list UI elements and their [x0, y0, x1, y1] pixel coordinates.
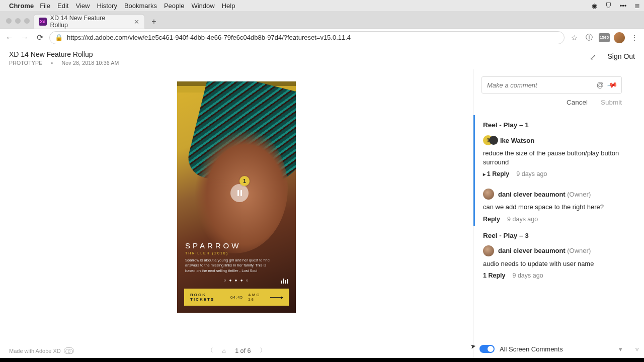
menubar-item[interactable]: History — [97, 2, 117, 10]
browser-toolbar: ← → ⟳ 🔒 https://xd.adobe.com/view/e1e5c4… — [0, 29, 644, 46]
prev-artboard[interactable]: 〈 — [207, 346, 213, 355]
filter-icon[interactable]: ▾ — [619, 345, 622, 353]
menubar-right-icons: ◉ ⛉ ••• ≣ — [586, 2, 640, 10]
menubar-item[interactable]: Edit — [57, 2, 68, 10]
list-icon[interactable]: ≣ — [634, 2, 640, 10]
tab-title: XD 14 New Feature Rollup — [50, 15, 123, 29]
shield-icon[interactable]: ⛉ — [605, 2, 612, 10]
page-meta: PROTOTYPE • Nov 28, 2018 10:36 AM — [9, 60, 119, 66]
section-title: Reel - Play – 3 — [483, 232, 622, 239]
comment-author: dani clever beaumont (Owner) — [498, 191, 591, 198]
pause-button-mock — [230, 184, 249, 202]
more-icon[interactable]: ••• — [620, 2, 627, 10]
close-icon[interactable]: ✕ — [134, 18, 139, 26]
equalizer-icon — [281, 279, 288, 284]
mention-icon[interactable]: @ — [597, 81, 604, 89]
section-title: Reel - Play – 1 — [483, 121, 622, 129]
made-with-xd[interactable]: Made with Adobe XD — [9, 347, 74, 354]
comment-text: audio needs to update with user name — [483, 259, 622, 268]
url-text: https://xd.adobe.com/view/e1e5c461-940f-… — [67, 34, 351, 41]
menubar-item[interactable]: Bookmarks — [124, 2, 157, 10]
menubar-item[interactable]: File — [40, 2, 50, 10]
extension-badge[interactable]: 1565 — [599, 33, 610, 42]
lock-icon: 🔒 — [55, 34, 63, 41]
browser-tabstrip: Xd XD 14 New Feature Rollup ✕ + — [0, 11, 644, 29]
prototype-stage[interactable]: REEL ≚ 1 SPARROW THRILLER (2018) Sparrow… — [0, 69, 473, 344]
comment-input-box[interactable]: @ 📌 — [481, 76, 622, 94]
pager-label: 1 of 6 — [235, 347, 251, 354]
next-artboard[interactable]: 〉 — [260, 346, 266, 355]
comment-author: dani clever beaumont (Owner) — [498, 247, 591, 254]
menubar-item[interactable]: People — [164, 2, 184, 10]
back-button[interactable]: ← — [4, 32, 15, 43]
browser-tab[interactable]: Xd XD 14 New Feature Rollup ✕ — [34, 15, 144, 29]
reply-button[interactable]: 1 Reply — [483, 272, 505, 279]
comment-time: 9 days ago — [516, 170, 547, 177]
pin-icon[interactable]: 📌 — [606, 79, 618, 91]
comment-section: Reel - Play – 3 dani clever beaumont (Ow… — [473, 226, 622, 283]
creative-cloud-icon — [64, 347, 74, 354]
menubar-item[interactable]: View — [75, 2, 90, 10]
new-tab-button[interactable]: + — [147, 15, 160, 28]
home-icon[interactable]: ⌂ — [222, 347, 226, 354]
mock-overlay: SPARROW THRILLER (2018) Sparrow is about… — [185, 241, 286, 274]
xd-favicon: Xd — [39, 18, 47, 26]
expand-icon[interactable]: ⤢ — [589, 52, 598, 61]
all-screens-label: All Screen Comments — [500, 345, 563, 353]
menubar-item[interactable]: Help — [222, 2, 235, 10]
comment-author-avatar — [483, 189, 494, 200]
page-dots: ○ ● ● ● ○ — [177, 278, 296, 283]
submit-button[interactable]: Submit — [601, 99, 622, 106]
page-header: XD 14 New Feature Rollup PROTOTYPE • Nov… — [0, 46, 644, 69]
comment-author-avatar: 1 — [483, 135, 496, 146]
sign-out-link[interactable]: Sign Out — [608, 52, 635, 60]
menubar-app[interactable]: Chrome — [9, 2, 34, 10]
video-letterbox — [0, 358, 644, 362]
cancel-button[interactable]: Cancel — [567, 99, 588, 106]
comment-time: 9 days ago — [512, 272, 543, 279]
comment-author: Ike Watson — [500, 137, 534, 144]
star-icon[interactable]: ☆ — [569, 32, 580, 43]
comments-footer: All Screen Comments ▾ ▿ — [479, 345, 639, 353]
comment-section: Reel - Play – 1 1 Ike Watson reduce the … — [473, 115, 622, 226]
cta-button-mock: BOOK TICKETS 04:45 AMC 16 — [184, 289, 289, 306]
reply-toggle[interactable]: 1 Reply — [483, 170, 509, 177]
all-screens-toggle[interactable] — [479, 345, 495, 353]
info-icon[interactable]: ⓘ — [584, 32, 595, 43]
window-controls[interactable] — [3, 18, 34, 29]
comment-input[interactable] — [487, 81, 593, 89]
comment-text: reduce the size of the pause button/play… — [483, 149, 622, 166]
xd-share-page: XD 14 New Feature Rollup PROTOTYPE • Nov… — [0, 46, 644, 358]
artboard-reel-play[interactable]: REEL ≚ 1 SPARROW THRILLER (2018) Sparrow… — [177, 81, 296, 313]
reload-button[interactable]: ⟳ — [34, 32, 45, 43]
cc-icon[interactable]: ◉ — [592, 2, 597, 10]
page-title: XD 14 New Feature Rollup — [9, 50, 119, 58]
comment-time: 9 days ago — [507, 216, 538, 223]
comment-pin[interactable]: 1 — [239, 176, 250, 186]
macos-menubar: Chrome File Edit View History Bookmarks … — [0, 0, 644, 11]
chrome-menu-icon[interactable]: ⋮ — [629, 32, 640, 43]
profile-avatar[interactable] — [614, 32, 625, 43]
menubar-item[interactable]: Window — [191, 2, 214, 10]
forward-button[interactable]: → — [19, 32, 30, 43]
comment-text: can we add more space to the right here? — [483, 203, 622, 212]
reply-button[interactable]: Reply — [483, 216, 500, 223]
comment-author-avatar — [483, 245, 494, 256]
filter-solid-icon[interactable]: ▿ — [635, 345, 639, 353]
address-bar[interactable]: 🔒 https://xd.adobe.com/view/e1e5c461-940… — [49, 31, 565, 44]
comments-panel: @ 📌 Cancel Submit Reel - Play – 1 1 Ike … — [473, 69, 644, 358]
